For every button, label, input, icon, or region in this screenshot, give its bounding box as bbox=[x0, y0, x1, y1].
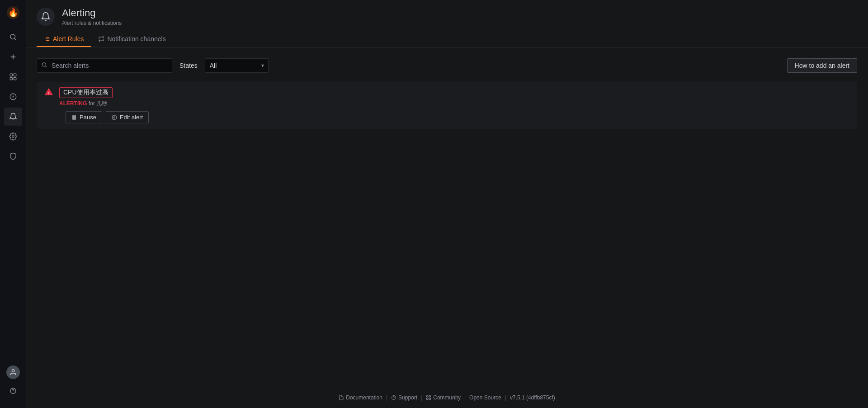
footer-documentation-link[interactable]: Documentation bbox=[339, 394, 382, 401]
footer-open-source-link[interactable]: Open Source bbox=[469, 394, 501, 401]
svg-line-3 bbox=[14, 38, 16, 40]
sidebar-item-dashboards[interactable] bbox=[4, 68, 22, 86]
search-wrap bbox=[37, 58, 172, 73]
svg-line-23 bbox=[46, 66, 47, 67]
search-input[interactable] bbox=[37, 58, 172, 73]
svg-rect-9 bbox=[14, 78, 16, 80]
alert-status-alerting: ALERTING bbox=[59, 100, 87, 107]
user-avatar[interactable] bbox=[6, 366, 20, 379]
alert-status-text: ALERTING for 几秒 bbox=[59, 100, 850, 108]
alert-row: ! CPU使用率过高 ALERTING for 几秒 bbox=[37, 82, 857, 129]
states-select[interactable]: All Alerting Paused No Data Execution Er… bbox=[205, 58, 269, 73]
svg-marker-11 bbox=[12, 95, 14, 98]
pause-button[interactable]: Pause bbox=[66, 111, 102, 123]
alerting-header-icon bbox=[37, 8, 55, 26]
sidebar-item-help[interactable] bbox=[4, 382, 22, 400]
svg-point-12 bbox=[12, 136, 14, 138]
how-to-add-alert-button[interactable]: How to add an alert bbox=[787, 58, 857, 73]
svg-rect-6 bbox=[10, 74, 12, 76]
search-icon bbox=[41, 62, 47, 70]
states-label: States bbox=[179, 62, 198, 69]
svg-rect-26 bbox=[75, 116, 75, 119]
footer-version: v7.5.1 (4dffb875cf) bbox=[510, 394, 555, 401]
svg-point-2 bbox=[10, 34, 15, 39]
svg-rect-31 bbox=[429, 396, 431, 398]
states-select-wrap: All Alerting Paused No Data Execution Er… bbox=[205, 58, 269, 73]
page-title-block: Alerting Alert rules & notifications bbox=[62, 7, 122, 26]
footer-community-link[interactable]: Community bbox=[426, 394, 461, 401]
edit-alert-button[interactable]: Edit alert bbox=[106, 111, 149, 123]
sidebar-item-shield[interactable] bbox=[4, 147, 22, 165]
sidebar-item-settings[interactable] bbox=[4, 127, 22, 145]
alert-name-box: CPU使用率过高 bbox=[59, 87, 113, 98]
page-header: Alerting Alert rules & notifications Ale… bbox=[26, 0, 868, 47]
main-content: Alerting Alert rules & notifications Ale… bbox=[26, 0, 868, 408]
toolbar: States All Alerting Paused No Data Execu… bbox=[37, 58, 857, 73]
alert-actions: Pause Edit alert bbox=[66, 111, 850, 123]
svg-point-13 bbox=[12, 370, 14, 372]
alert-name: CPU使用率过高 bbox=[63, 89, 108, 96]
sidebar: 🔥 bbox=[0, 0, 26, 408]
alert-for-text: for 几秒 bbox=[89, 100, 107, 107]
svg-point-27 bbox=[113, 117, 115, 118]
svg-text:🔥: 🔥 bbox=[8, 8, 19, 18]
footer: Documentation | Support | Community | Op… bbox=[26, 387, 868, 408]
sidebar-item-explore[interactable] bbox=[4, 88, 22, 106]
content-area: States All Alerting Paused No Data Execu… bbox=[26, 47, 868, 387]
svg-rect-7 bbox=[14, 74, 16, 76]
footer-support-link[interactable]: Support bbox=[391, 394, 417, 401]
tab-alert-rules[interactable]: Alert Rules bbox=[37, 32, 91, 47]
svg-point-22 bbox=[42, 63, 46, 66]
page-subtitle: Alert rules & notifications bbox=[62, 20, 122, 26]
svg-rect-30 bbox=[427, 396, 429, 398]
svg-rect-25 bbox=[73, 116, 74, 119]
tab-notification-channels[interactable]: Notification channels bbox=[91, 32, 173, 47]
svg-rect-32 bbox=[427, 398, 429, 400]
tabs-bar: Alert Rules Notification channels bbox=[37, 32, 857, 47]
sidebar-item-add[interactable] bbox=[4, 48, 22, 66]
page-title: Alerting bbox=[62, 7, 122, 19]
alert-info: CPU使用率过高 ALERTING for 几秒 bbox=[59, 87, 850, 108]
app-logo[interactable]: 🔥 bbox=[6, 5, 20, 20]
alert-status-icon: ! bbox=[44, 87, 54, 100]
svg-rect-33 bbox=[429, 398, 431, 400]
svg-rect-8 bbox=[10, 78, 12, 80]
sidebar-item-alerting[interactable] bbox=[4, 108, 22, 126]
svg-text:!: ! bbox=[48, 91, 49, 95]
sidebar-item-search[interactable] bbox=[4, 28, 22, 46]
